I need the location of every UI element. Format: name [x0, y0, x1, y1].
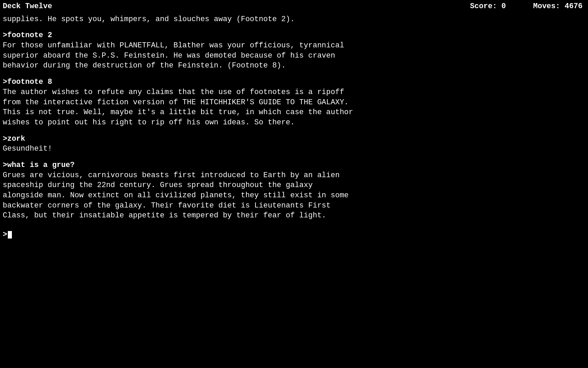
content-area: supplies. He spots you, whimpers, and sl…	[3, 13, 585, 368]
score-value: 0	[502, 2, 506, 11]
grue-command[interactable]: >what is a grue?	[3, 160, 585, 170]
moves-value: 4676	[565, 2, 583, 11]
prompt-symbol: >	[3, 230, 7, 240]
zork-response: Gesundheit!	[3, 144, 585, 154]
zork-command[interactable]: >zork	[3, 134, 585, 144]
score-display: Score: 0	[470, 1, 506, 12]
moves-display: Moves: 4676	[533, 1, 583, 12]
spacer-2	[3, 71, 585, 77]
moves-label: Moves:	[533, 2, 560, 11]
spacer-5	[3, 221, 585, 227]
prompt-line[interactable]: >	[3, 230, 585, 240]
grue-text: Grues are vicious, carnivorous beasts fi…	[3, 170, 585, 221]
spacer-1	[3, 24, 585, 30]
cursor	[8, 231, 12, 239]
spacer-4	[3, 154, 585, 160]
header-bar: Deck Twelve Score: 0 Moves: 4676	[3, 0, 585, 13]
terminal: Deck Twelve Score: 0 Moves: 4676 supplie…	[0, 0, 588, 368]
footnote2-text: For those unfamiliar with PLANETFALL, Bl…	[3, 41, 585, 71]
score-label: Score:	[470, 2, 497, 11]
game-title: Deck Twelve	[3, 1, 52, 12]
footnote8-text: The author wishes to refute any claims t…	[3, 87, 585, 128]
footnote8-command[interactable]: >footnote 8	[3, 77, 585, 87]
header-stats: Score: 0 Moves: 4676	[470, 1, 583, 12]
intro-line: supplies. He spots you, whimpers, and sl…	[3, 14, 585, 25]
footnote2-command[interactable]: >footnote 2	[3, 30, 585, 41]
spacer-3	[3, 128, 585, 134]
